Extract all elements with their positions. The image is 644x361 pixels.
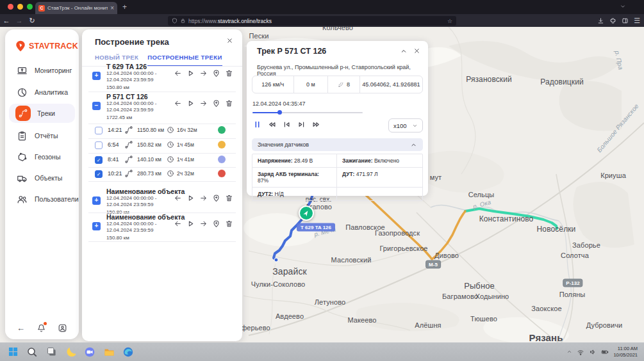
bookmark-star-icon[interactable]: ☆ [447, 18, 452, 24]
sidebar-item-6[interactable]: Пользователи [9, 189, 75, 209]
location-pin-icon[interactable] [212, 220, 220, 228]
step-back-icon[interactable] [174, 99, 182, 108]
track-item-0[interactable]: +T 629 TA 12612.04.2024 00:00:00 - 12.04… [92, 63, 236, 91]
notification-dot [44, 322, 47, 325]
browser-tab[interactable]: С СтавТрэк - Онлайн мониторинг × [35, 2, 117, 14]
profile-icon[interactable] [58, 323, 67, 333]
close-icon[interactable] [226, 37, 233, 44]
bell-icon[interactable] [37, 323, 46, 333]
volume-icon[interactable] [589, 348, 597, 356]
track-detail-panel: Трек Р 571 СТ 126 Бруснева ул., Промышле… [247, 41, 428, 196]
sidebar-item-4[interactable]: Геозоны [9, 147, 75, 166]
window-zoom-button[interactable] [27, 4, 33, 10]
track-item-2[interactable]: +Наименование объекта12.04.2024 00:00:00… [92, 188, 236, 216]
pause-icon[interactable] [252, 120, 262, 129]
track-item-3[interactable]: +Наименование объекта12.04.2024 00:00:00… [92, 213, 236, 241]
collapse-track-icon[interactable]: − [92, 102, 101, 110]
vehicle-map-label[interactable]: T 629 TA 126 [297, 223, 335, 232]
playback-speed-select[interactable]: x100 [388, 118, 423, 132]
start-icon[interactable] [6, 346, 19, 358]
sidebar-icon[interactable] [622, 17, 629, 24]
playback-slider[interactable] [252, 110, 363, 115]
reload-button[interactable]: ↻ [26, 17, 38, 25]
skip-back-icon[interactable] [282, 120, 292, 129]
subtrack-row-1[interactable]: 6:54150.82 км1ч 45м [95, 138, 236, 153]
step-forward-icon[interactable] [199, 69, 208, 77]
sidebar-item-0[interactable]: Мониторинг [9, 61, 75, 80]
location-pin-icon[interactable] [212, 69, 220, 77]
subtrack-color-dot[interactable] [218, 170, 226, 177]
collapse-arrow-icon[interactable]: ← [17, 323, 25, 333]
skip-forward-icon[interactable] [297, 120, 306, 129]
step-back-icon[interactable] [174, 220, 182, 228]
sidebar-item-1[interactable]: Аналитика [9, 83, 75, 102]
location-pin-icon[interactable] [212, 194, 220, 202]
video-app-icon[interactable] [83, 346, 96, 358]
wifi-icon[interactable] [577, 348, 584, 356]
step-forward-icon[interactable] [199, 220, 208, 228]
expand-track-icon[interactable]: + [92, 72, 101, 80]
tab-close-icon[interactable]: × [110, 5, 114, 12]
url-bar[interactable]: https://www.stavtrack.online/tracks ☆ [168, 16, 456, 26]
crescent-app-icon[interactable] [64, 346, 77, 358]
expand-track-icon[interactable]: + [92, 222, 101, 230]
play-icon[interactable] [186, 220, 195, 228]
play-icon[interactable] [186, 194, 195, 202]
vehicle-marker[interactable] [299, 205, 314, 221]
subtrack-checkbox[interactable]: ✓ [95, 156, 103, 164]
trash-icon[interactable] [225, 220, 233, 228]
sidebar-item-5[interactable]: Объекты [9, 168, 75, 188]
trash-icon[interactable] [225, 194, 233, 202]
satellites-value: 8 [328, 76, 360, 93]
track-item-1[interactable]: −P 571 CT 12612.04.2024 00:00:00 - 12.04… [92, 93, 236, 121]
subtrack-color-dot[interactable] [218, 126, 226, 134]
tray-chevron-icon[interactable] [566, 349, 572, 355]
play-icon[interactable] [186, 99, 195, 108]
subtrack-row-0[interactable]: 14:211150.80 км16ч 32м [95, 124, 236, 138]
window-close-button[interactable] [8, 4, 13, 10]
chevron-up-icon[interactable] [400, 47, 408, 55]
subtrack-row-3[interactable]: ✓10:21280.73 км2ч 32м [95, 167, 236, 182]
shield-icon[interactable] [172, 18, 178, 24]
location-pin-icon[interactable] [212, 99, 220, 108]
extensions-icon[interactable] [609, 17, 616, 24]
taskview-icon[interactable] [45, 346, 58, 358]
sensors-section-header[interactable]: Значения датчиков [252, 138, 423, 151]
subtrack-row-2[interactable]: ✓8:41140.10 км1ч 41м [95, 153, 236, 168]
download-icon[interactable] [597, 17, 604, 24]
url-text[interactable]: https://www.stavtrack.online/tracks [188, 18, 445, 24]
step-back-icon[interactable] [174, 194, 182, 202]
subtrack-color-dot[interactable] [218, 156, 226, 163]
subtrack-checkbox[interactable] [95, 141, 103, 149]
file-explorer-icon[interactable] [103, 346, 115, 358]
forward-button[interactable]: → [13, 17, 26, 24]
subtrack-checkbox[interactable] [95, 127, 103, 134]
step-forward-icon[interactable] [199, 194, 208, 202]
subtrack-checkbox[interactable]: ✓ [95, 170, 103, 178]
window-minimize-button[interactable] [17, 4, 23, 10]
rewind-icon[interactable] [267, 120, 277, 129]
taskbar-clock[interactable]: 11:00 AM 10/05/2021 [613, 346, 641, 358]
map-label: Константиново [479, 214, 534, 223]
step-forward-icon[interactable] [199, 99, 208, 108]
step-back-icon[interactable] [174, 69, 182, 77]
subtrack-color-dot[interactable] [218, 141, 226, 148]
search-icon[interactable] [26, 346, 38, 358]
slider-thumb[interactable] [277, 110, 282, 115]
sidebar-item-2[interactable]: Треки [9, 104, 75, 123]
battery-icon[interactable] [601, 348, 609, 356]
edge-icon[interactable] [122, 346, 135, 358]
stavtrack-logo[interactable]: STAVTRACK [14, 40, 78, 52]
new-tab-button[interactable]: + [122, 3, 127, 12]
fast-forward-icon[interactable] [311, 120, 321, 129]
sidebar-item-3[interactable]: Отчёты [9, 126, 75, 145]
expand-track-icon[interactable]: + [92, 197, 101, 205]
list-tabs-chevron-icon[interactable] [620, 3, 626, 10]
logo-stav: STAV [29, 42, 49, 51]
trash-icon[interactable] [225, 99, 233, 108]
close-icon[interactable] [413, 47, 420, 55]
menu-icon[interactable]: ☰ [634, 17, 640, 24]
back-button[interactable]: ← [0, 17, 13, 24]
trash-icon[interactable] [225, 69, 233, 77]
play-icon[interactable] [186, 69, 195, 77]
